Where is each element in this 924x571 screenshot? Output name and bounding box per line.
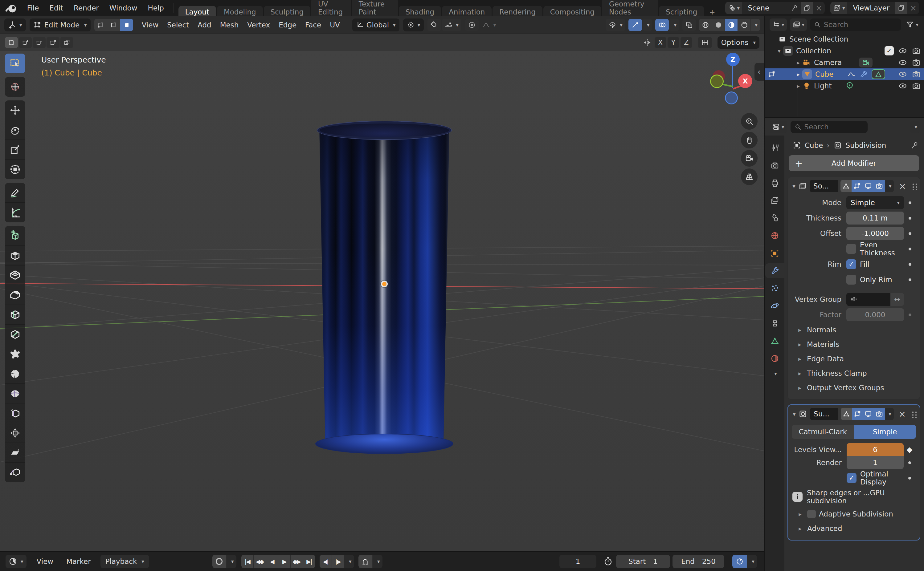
orthographic-toggle-button[interactable] bbox=[741, 168, 758, 185]
mirror-y-toggle[interactable]: Y bbox=[667, 37, 679, 48]
select-intersect-mode[interactable] bbox=[60, 37, 73, 48]
light-data-icon[interactable] bbox=[845, 81, 854, 91]
animation-fcurve-icon[interactable] bbox=[847, 70, 856, 79]
tab-object[interactable] bbox=[767, 246, 783, 261]
drag-handle[interactable] bbox=[912, 410, 916, 418]
vertex-select-button[interactable] bbox=[94, 19, 107, 31]
rim-fill-checkbox[interactable]: ✓ bbox=[846, 259, 856, 269]
menu-mesh[interactable]: Mesh bbox=[216, 19, 243, 31]
expand-icon[interactable]: ▸ bbox=[794, 59, 802, 66]
tab-material[interactable] bbox=[767, 351, 783, 366]
disable-render-icon[interactable] bbox=[912, 69, 921, 79]
snap-toggle[interactable] bbox=[427, 19, 441, 31]
keying-dropdown[interactable]: ▾ bbox=[373, 555, 382, 568]
outliner-row-scene-collection[interactable]: Scene Collection bbox=[765, 33, 924, 45]
unlink-scene-button[interactable]: × bbox=[813, 2, 825, 14]
animate-dot[interactable] bbox=[904, 477, 915, 480]
editor-type-button[interactable]: ▾ bbox=[4, 19, 26, 31]
tab-geometry-nodes[interactable]: Geometry Nodes bbox=[602, 0, 658, 18]
pan-hand-button[interactable] bbox=[741, 132, 758, 148]
modifier-extras-dropdown[interactable]: ▾ bbox=[885, 408, 894, 420]
tab-world[interactable] bbox=[767, 228, 783, 243]
object-visibility-selector[interactable]: ▾ bbox=[606, 19, 625, 31]
keyframe-diamond[interactable]: ◆ bbox=[904, 445, 915, 454]
section-materials[interactable]: ▸Materials bbox=[788, 337, 920, 352]
new-viewlayer-button[interactable] bbox=[895, 2, 907, 14]
annotate-tool[interactable] bbox=[5, 183, 25, 203]
xray-toggle[interactable] bbox=[683, 19, 696, 31]
move-tool[interactable] bbox=[5, 100, 25, 120]
inset-faces-tool[interactable] bbox=[5, 265, 25, 285]
rotate-tool[interactable] bbox=[5, 120, 25, 140]
step-forward-button[interactable]: |▶ bbox=[332, 555, 344, 568]
select-box-tool[interactable] bbox=[5, 54, 25, 73]
show-gizmo-toggle[interactable] bbox=[628, 19, 642, 31]
invert-vertex-group-button[interactable]: ↔ bbox=[890, 293, 904, 306]
tab-output[interactable] bbox=[767, 176, 783, 190]
animate-dot[interactable] bbox=[904, 201, 916, 204]
transform-orientation-selector[interactable]: Global ▾ bbox=[352, 19, 399, 31]
section-adaptive-subdivision[interactable]: ▸ Adaptive Subdivision bbox=[788, 507, 920, 521]
modifier-extras-dropdown[interactable]: ▾ bbox=[885, 180, 894, 192]
properties-options-dropdown[interactable]: ▾ bbox=[910, 121, 920, 133]
thickness-field[interactable]: 0.11 m bbox=[846, 211, 904, 225]
timeline-editor-type-button[interactable]: ▾ bbox=[6, 555, 26, 568]
properties-editor-type-button[interactable]: ▾ bbox=[769, 121, 787, 133]
gizmo-y-axis[interactable] bbox=[710, 74, 724, 88]
on-cage-toggle[interactable] bbox=[841, 408, 852, 420]
gizmo-dropdown[interactable]: ▾ bbox=[642, 19, 653, 31]
tab-uv-editing[interactable]: UV Editing bbox=[311, 0, 351, 18]
animate-dot[interactable] bbox=[904, 232, 916, 235]
levels-render-field[interactable]: 1 bbox=[847, 456, 904, 469]
snap-base-button[interactable] bbox=[698, 37, 712, 48]
gizmo-z-neg-axis[interactable] bbox=[725, 91, 738, 104]
previous-keyframe-button[interactable]: ◀◆ bbox=[254, 555, 266, 568]
delete-modifier-button[interactable]: × bbox=[896, 181, 908, 191]
sidebar-collapse-arrow[interactable]: ‹ bbox=[754, 63, 764, 81]
menu-window[interactable]: Window bbox=[104, 3, 143, 14]
cursor-tool[interactable] bbox=[5, 77, 25, 97]
bevel-tool[interactable] bbox=[5, 285, 25, 305]
modifier-name-field[interactable]: So... bbox=[809, 180, 838, 192]
step-back-button[interactable]: ◀| bbox=[320, 555, 332, 568]
shrink-fatten-tool[interactable] bbox=[5, 423, 25, 443]
camera-data-icon[interactable] bbox=[859, 58, 873, 68]
render-display-toggle[interactable] bbox=[874, 180, 885, 192]
simple-button[interactable]: Simple bbox=[854, 425, 916, 439]
menu-edge[interactable]: Edge bbox=[274, 19, 301, 31]
scene-name[interactable]: Scene bbox=[742, 4, 788, 12]
disable-render-icon[interactable] bbox=[912, 81, 921, 91]
gizmo-z-axis[interactable]: Z bbox=[726, 52, 740, 66]
remove-viewlayer-button[interactable]: × bbox=[907, 2, 919, 14]
face-select-button[interactable] bbox=[120, 19, 133, 31]
solidify-panel-header[interactable]: ▾ So... ▾ × bbox=[788, 177, 920, 195]
edge-select-button[interactable] bbox=[107, 19, 120, 31]
mode-select[interactable]: Simple▾ bbox=[846, 196, 904, 209]
render-display-toggle[interactable] bbox=[874, 408, 885, 420]
levels-viewport-field[interactable]: 6 bbox=[847, 443, 904, 456]
jump-to-start-button[interactable]: |◀ bbox=[241, 555, 254, 568]
edge-slide-tool[interactable] bbox=[5, 403, 25, 423]
play-reverse-button[interactable]: ◀ bbox=[266, 555, 278, 568]
pin-icon[interactable] bbox=[788, 2, 801, 14]
realtime-display-toggle[interactable] bbox=[863, 408, 874, 420]
menu-select[interactable]: Select bbox=[163, 19, 193, 31]
scene-browse-button[interactable]: ▾ bbox=[725, 2, 743, 14]
offset-field[interactable]: -1.0000 bbox=[846, 227, 904, 240]
properties-search-input[interactable] bbox=[805, 123, 864, 131]
blender-logo-icon[interactable] bbox=[5, 3, 17, 14]
hide-eye-icon[interactable] bbox=[898, 46, 907, 56]
stopwatch-icon[interactable] bbox=[603, 557, 613, 566]
animate-dot[interactable] bbox=[904, 263, 916, 266]
tab-object-data[interactable] bbox=[767, 333, 783, 348]
playback-sync-toggle[interactable] bbox=[732, 555, 747, 568]
outliner-display-mode-button[interactable]: ▾ bbox=[790, 19, 807, 31]
overlays-dropdown[interactable]: ▾ bbox=[669, 19, 679, 31]
animate-dot[interactable] bbox=[904, 278, 916, 281]
next-keyframe-button[interactable]: ◆▶ bbox=[291, 555, 303, 568]
frame-end-field[interactable]: End 250 bbox=[673, 555, 724, 568]
section-thickness-clamp[interactable]: ▸Thickness Clamp bbox=[788, 366, 920, 380]
jump-to-end-button[interactable]: ▶| bbox=[303, 555, 315, 568]
pivot-point-selector[interactable]: ▾ bbox=[403, 19, 424, 31]
transform-tool[interactable] bbox=[5, 159, 25, 179]
